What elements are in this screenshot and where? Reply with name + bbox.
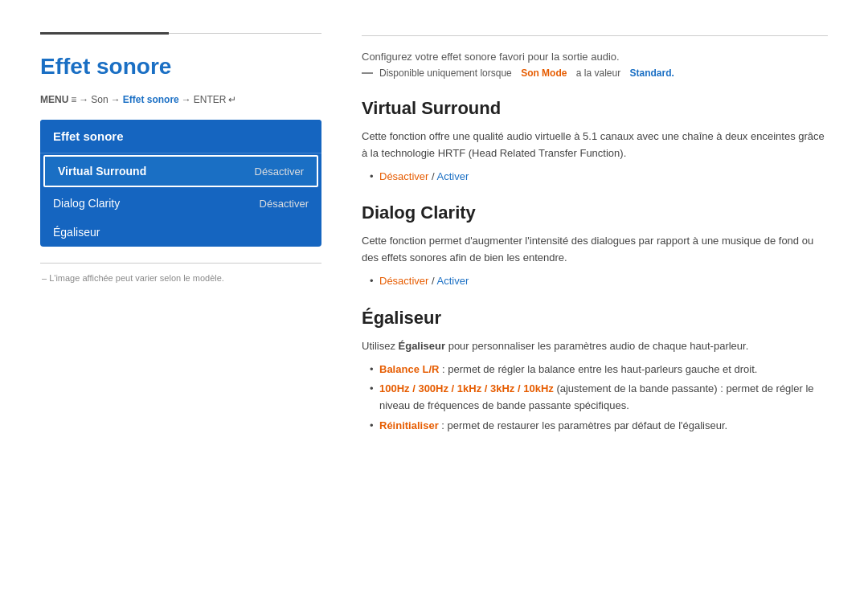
page-title: Effet sonore bbox=[40, 54, 321, 80]
section-dialog-clarity: Dialog Clarity Cette fonction permet d'a… bbox=[362, 202, 828, 289]
bullet-item-eg-2: 100Hz / 300Hz / 1kHz / 3kHz / 10kHz (aju… bbox=[370, 381, 828, 415]
nav-item-egaliseur[interactable]: Égaliseur bbox=[40, 218, 321, 247]
eg-bullet1-text: : permet de régler la balance entre les … bbox=[439, 363, 757, 375]
nav-item-value-1: Désactiver bbox=[260, 198, 309, 210]
breadcrumb-enter: ENTER bbox=[194, 94, 227, 105]
intro-text: Configurez votre effet sonore favori pou… bbox=[362, 51, 828, 63]
section-title-dialog-clarity: Dialog Clarity bbox=[362, 202, 828, 223]
nav-item-label-2: Égaliseur bbox=[53, 226, 100, 239]
freq-range: 100Hz / 300Hz / 1kHz / 3kHz / 10kHz bbox=[379, 382, 554, 394]
reinitialiser: Réinitialiser bbox=[379, 419, 439, 431]
header-lines bbox=[40, 32, 321, 35]
section-egaliseur: Égaliseur Utilisez Égaliseur pour person… bbox=[362, 308, 828, 435]
nav-panel: Effet sonore Virtual Surround Désactiver… bbox=[40, 120, 321, 247]
breadcrumb: MENU ≡ → Son → Effet sonore → ENTER ↵ bbox=[40, 94, 321, 105]
sep-vs: / bbox=[428, 170, 436, 182]
bullet-item-dc-1: Désactiver / Activer bbox=[370, 273, 828, 290]
activer-dc: Activer bbox=[437, 275, 469, 287]
right-column: Configurez votre effet sonore favori pou… bbox=[354, 32, 828, 452]
bullet-item-eg-1: Balance L/R : permet de régler la balanc… bbox=[370, 362, 828, 378]
breadcrumb-menu-icon: ≡ bbox=[71, 94, 76, 105]
availability-highlight1: Son Mode bbox=[521, 67, 567, 79]
egaliseur-desc-suffix: pour personnaliser les paramètres audio … bbox=[445, 340, 748, 352]
left-column: Effet sonore MENU ≡ → Son → Effet sonore… bbox=[40, 32, 321, 452]
section-desc-virtual-surround: Cette fonction offre une qualité audio v… bbox=[362, 129, 828, 162]
section-desc-dialog-clarity: Cette fonction permet d'augmenter l'inte… bbox=[362, 233, 828, 267]
breadcrumb-arrow2: → bbox=[111, 94, 121, 105]
bullet-list-egaliseur: Balance L/R : permet de régler la balanc… bbox=[362, 362, 828, 435]
section-title-virtual-surround: Virtual Surround bbox=[362, 98, 828, 119]
availability-mid: a la valeur bbox=[576, 67, 620, 79]
header-line-long bbox=[169, 33, 321, 34]
availability-dash bbox=[362, 72, 373, 74]
balance-lr: Balance L/R bbox=[379, 363, 439, 375]
breadcrumb-enter-icon: ↵ bbox=[228, 94, 236, 105]
section-title-egaliseur: Égaliseur bbox=[362, 308, 828, 329]
egaliseur-desc-bold: Égaliseur bbox=[399, 340, 446, 352]
desactiver-vs: Désactiver bbox=[379, 170, 428, 182]
nav-item-virtual-surround[interactable]: Virtual Surround Désactiver bbox=[43, 155, 318, 187]
breadcrumb-menu: MENU bbox=[40, 94, 68, 105]
bullet-item-eg-3: Réinitialiser : permet de restaurer les … bbox=[370, 418, 828, 435]
breadcrumb-arrow3: → bbox=[182, 94, 191, 105]
activer-vs: Activer bbox=[437, 170, 469, 182]
header-line-short bbox=[40, 32, 169, 35]
availability-note: Disponible uniquement lorsque Son Mode a… bbox=[362, 67, 828, 79]
nav-panel-title: Effet sonore bbox=[40, 120, 321, 153]
nav-item-dialog-clarity[interactable]: Dialog Clarity Désactiver bbox=[40, 189, 321, 218]
availability-highlight2: Standard. bbox=[630, 67, 674, 79]
nav-item-value-0: Désactiver bbox=[255, 166, 304, 178]
desactiver-dc: Désactiver bbox=[379, 275, 428, 287]
left-divider bbox=[40, 263, 321, 264]
availability-text: Disponible uniquement lorsque bbox=[379, 67, 512, 79]
breadcrumb-arrow1: → bbox=[79, 94, 88, 105]
top-right-bar-line bbox=[362, 35, 828, 36]
nav-item-label-0: Virtual Surround bbox=[58, 165, 146, 178]
section-desc-egaliseur: Utilisez Égaliseur pour personnaliser le… bbox=[362, 338, 828, 355]
bullet-list-dialog-clarity: Désactiver / Activer bbox=[362, 273, 828, 290]
egaliseur-desc-prefix: Utilisez bbox=[362, 340, 399, 352]
sep-dc: / bbox=[428, 275, 436, 287]
nav-item-label-1: Dialog Clarity bbox=[53, 197, 120, 210]
bullet-list-virtual-surround: Désactiver / Activer bbox=[362, 169, 828, 186]
eg-bullet3-text: : permet de restaurer les paramètres par… bbox=[439, 419, 727, 431]
section-virtual-surround: Virtual Surround Cette fonction offre un… bbox=[362, 98, 828, 185]
footer-note: – L'image affichée peut varier selon le … bbox=[40, 273, 321, 283]
bullet-item-vs-1: Désactiver / Activer bbox=[370, 169, 828, 186]
breadcrumb-son: Son bbox=[91, 94, 108, 105]
breadcrumb-effet-sonore: Effet sonore bbox=[123, 94, 179, 105]
